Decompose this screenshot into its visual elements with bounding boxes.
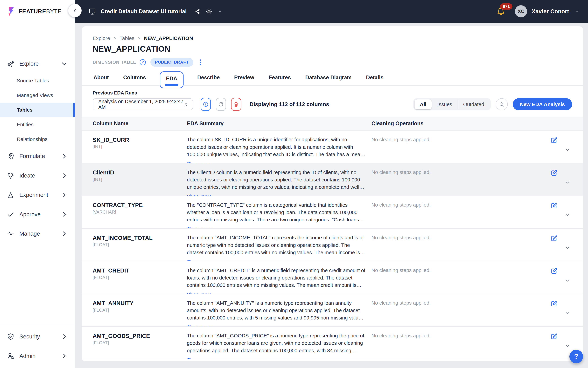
chevron-down-icon [61, 60, 68, 67]
sidebar-item-formulate[interactable]: Formulate [0, 147, 75, 166]
sidebar-item-label: Experiment [19, 192, 48, 198]
chevron-right-icon [61, 172, 68, 179]
sidebar-item-tables[interactable]: Tables [0, 103, 75, 117]
check-icon [7, 211, 14, 218]
show-more-link[interactable]: Show more [187, 194, 212, 196]
sidebar-item-label: Security [19, 333, 40, 340]
chevron-down-icon[interactable] [564, 245, 570, 251]
flask-icon [7, 191, 14, 199]
chevron-down-icon[interactable] [564, 212, 570, 218]
help-circle-icon[interactable]: ? [140, 59, 146, 65]
search-button[interactable] [496, 98, 508, 110]
table-row: AMT_ANNUITY[FLOAT]The column "AMT_ANNUIT… [82, 294, 583, 327]
activity-icon [7, 230, 14, 238]
avatar[interactable]: XC [515, 5, 527, 18]
cleaning-status: No cleaning steps applied. [365, 261, 535, 294]
chevron-down-icon[interactable] [564, 310, 570, 316]
tab-database-diagram[interactable]: Database Diagram [304, 74, 352, 82]
tab-features[interactable]: Features [268, 74, 292, 82]
filter-outdated[interactable]: Outdated [458, 100, 490, 109]
kebab-menu-icon[interactable] [198, 58, 203, 66]
table-row: AMT_CREDIT[FLOAT]The column "AMT_CREDIT"… [82, 261, 583, 294]
delete-run-button[interactable] [231, 98, 241, 111]
filter-segmented-control: AllIssuesOutdated [413, 98, 491, 110]
chevron-down-icon[interactable] [575, 9, 580, 14]
table-body: SK_ID_CURR[INT]The column SK_ID_CURR is … [93, 130, 572, 359]
edit-icon[interactable] [551, 333, 558, 340]
sidebar-item-source-tables[interactable]: Source Tables [0, 73, 75, 88]
sidebar-item-ideate[interactable]: Ideate [0, 166, 75, 185]
tab-describe[interactable]: Describe [196, 74, 220, 82]
edit-icon[interactable] [551, 202, 558, 209]
sidebar-item-security[interactable]: Security [0, 327, 75, 346]
chevron-down-icon[interactable] [564, 277, 570, 284]
edit-icon[interactable] [551, 267, 558, 275]
column-name: AMT_INCOME_TOTAL [93, 235, 187, 241]
column-type: [FLOAT] [93, 275, 187, 280]
sidebar-item-approve[interactable]: Approve [0, 205, 75, 224]
sidebar-item-explore[interactable]: Explore [0, 54, 75, 73]
edit-icon[interactable] [551, 169, 558, 176]
project-title: Credit Default Dataset UI tutorial [101, 8, 187, 15]
breadcrumb-item[interactable]: Explore [93, 35, 110, 41]
help-fab-button[interactable]: ? [569, 350, 583, 363]
eda-summary-text: The column "AMT_ANNUITY" is a numeric ty… [187, 299, 365, 322]
search-icon [499, 101, 505, 107]
tab-about[interactable]: About [93, 74, 110, 82]
chevron-right-icon [61, 152, 68, 160]
chevron-down-icon[interactable] [564, 179, 570, 185]
eda-run-select[interactable]: Analysis on December 1, 2025 9:43:47 AM [93, 98, 193, 110]
status-badge: PUBLIC_DRAFT [151, 58, 193, 66]
tab-bar: AboutColumnsEDADescribePreviewFeaturesDa… [93, 70, 572, 85]
show-more-link[interactable]: Show more [187, 259, 212, 261]
show-more-link[interactable]: Show more [187, 357, 212, 359]
sidebar-sublist: Source TablesManaged ViewsTablesEntities… [0, 73, 75, 147]
run-info-button[interactable] [201, 98, 211, 111]
sidebar-item-relationships[interactable]: Relationships [0, 132, 75, 147]
show-more-link[interactable]: Show more [187, 292, 212, 294]
featurebyte-logo-icon [6, 7, 16, 16]
chevron-down-icon[interactable] [217, 9, 222, 14]
column-name: CONTRACT_TYPE [93, 202, 187, 208]
sidebar-item-manage[interactable]: Manage [0, 224, 75, 243]
sidebar-item-managed-views[interactable]: Managed Views [0, 88, 75, 103]
show-more-link[interactable]: Show more [187, 324, 212, 327]
settings-gear-icon[interactable] [206, 8, 212, 15]
notifications-button[interactable]: 971 [497, 7, 505, 16]
cleaning-status: No cleaning steps applied. [365, 229, 535, 261]
show-more-link[interactable]: Show more [187, 226, 212, 229]
edit-icon[interactable] [551, 235, 558, 242]
topbar: Credit Default Dataset UI tutorial 971 X… [75, 0, 588, 23]
brand-logo[interactable]: FEATUREBYTE [0, 0, 75, 23]
column-name: AMT_CREDIT [93, 267, 187, 274]
edit-icon[interactable] [551, 137, 558, 144]
new-eda-analysis-button[interactable]: New EDA Analysis [513, 98, 572, 110]
filter-all[interactable]: All [415, 100, 432, 109]
sidebar-item-admin[interactable]: Admin [0, 346, 75, 366]
tab-eda[interactable]: EDA [160, 71, 184, 89]
column-type: [VARCHAR] [93, 210, 187, 215]
cleaning-status: No cleaning steps applied. [365, 163, 535, 196]
filter-issues[interactable]: Issues [432, 100, 457, 109]
tab-details[interactable]: Details [365, 74, 384, 82]
sidebar-item-entities[interactable]: Entities [0, 117, 75, 132]
chevron-right-icon [61, 191, 68, 199]
refresh-run-button[interactable] [216, 98, 226, 111]
chevron-down-icon[interactable] [564, 147, 570, 153]
share-icon[interactable] [194, 8, 200, 15]
sidebar-item-experiment[interactable]: Experiment [0, 185, 75, 204]
tab-columns[interactable]: Columns [122, 74, 147, 82]
column-name: AMT_GOODS_PRICE [93, 333, 187, 339]
edit-icon[interactable] [551, 300, 558, 307]
chevron-right-icon [61, 333, 68, 340]
chevron-down-icon[interactable] [564, 343, 570, 349]
sidebar-item-label: Admin [19, 353, 36, 359]
user-search-icon [7, 352, 14, 360]
eda-summary-text: The column "AMT_GOODS_PRICE" is a numeri… [187, 332, 365, 354]
page-title: NEW_APPLICATION [93, 44, 572, 54]
info-icon [203, 101, 208, 107]
breadcrumb-item[interactable]: Tables [119, 35, 134, 41]
tab-preview[interactable]: Preview [233, 74, 255, 82]
show-more-link[interactable]: Show more [187, 161, 212, 163]
sidebar-item-label: Ideate [19, 172, 35, 179]
